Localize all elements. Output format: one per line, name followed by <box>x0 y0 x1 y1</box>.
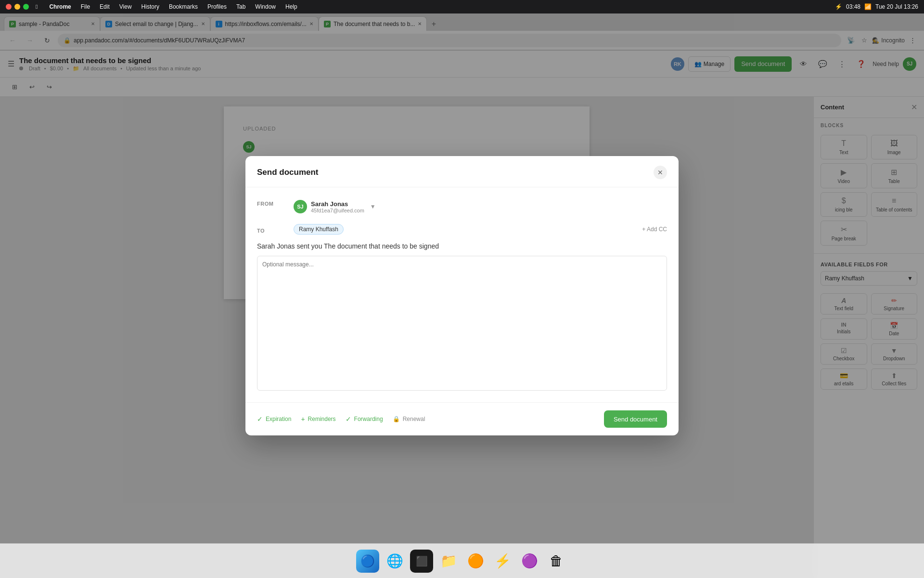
renewal-lock-icon: 🔒 <box>393 416 400 422</box>
renewal-option[interactable]: 🔒 Renewal <box>393 416 425 422</box>
email-subject: Sarah Jonas sent you The document that n… <box>257 242 667 250</box>
dock-finder[interactable]: 🔵 <box>356 550 379 573</box>
modal-close-button[interactable]: ✕ <box>654 166 667 179</box>
dock-app7[interactable]: 🟣 <box>518 550 541 573</box>
send-document-modal: Send document ✕ FROM SJ Sarah Jonas 45fd… <box>245 156 679 435</box>
bolt-icon: ⚡ <box>491 550 514 573</box>
reminders-option[interactable]: + Reminders <box>301 415 335 423</box>
reminders-plus-icon: + <box>301 415 305 423</box>
sender-modal-avatar: SJ <box>294 200 307 213</box>
chrome-icon: 🌐 <box>383 550 406 573</box>
forwarding-check-icon: ✓ <box>346 415 351 423</box>
expiration-option[interactable]: ✓ Expiration <box>257 415 291 423</box>
finder-icon: 🔵 <box>356 550 379 573</box>
add-cc-button[interactable]: + Add CC <box>642 224 667 233</box>
message-textarea[interactable] <box>257 256 667 391</box>
modal-send-document-button[interactable]: Send document <box>604 410 667 428</box>
history-menu-item[interactable]: History <box>139 3 162 10</box>
dock-trash[interactable]: 🗑 <box>545 550 568 573</box>
file-menu-item[interactable]: File <box>78 3 93 10</box>
wifi-icon: 📶 <box>864 3 872 10</box>
recipient-tag[interactable]: Ramy Khuffash <box>294 224 344 235</box>
close-window-btn[interactable] <box>6 4 12 10</box>
app5-icon: 🟠 <box>464 550 487 573</box>
dock-chrome[interactable]: 🌐 <box>383 550 406 573</box>
from-dropdown-icon[interactable]: ▼ <box>370 203 376 210</box>
folder-icon: 📁 <box>437 550 460 573</box>
sender-modal-name: Sarah Jonas <box>311 200 364 208</box>
edit-menu-item[interactable]: Edit <box>97 3 113 10</box>
macos-menubar:  Chrome File Edit View History Bookmark… <box>0 0 924 13</box>
to-row: TO Ramy Khuffash + Add CC <box>257 224 667 235</box>
from-row: FROM SJ Sarah Jonas 45fd1ea7@uifeed.com … <box>257 197 667 216</box>
from-value: SJ Sarah Jonas 45fd1ea7@uifeed.com ▼ <box>294 197 667 216</box>
dock: 🔵 🌐 ⬛ 📁 🟠 ⚡ 🟣 🗑 <box>0 543 924 578</box>
app7-icon: 🟣 <box>518 550 541 573</box>
modal-body: FROM SJ Sarah Jonas 45fd1ea7@uifeed.com … <box>245 187 679 402</box>
from-field: SJ Sarah Jonas 45fd1ea7@uifeed.com ▼ <box>294 197 667 216</box>
system-time: ⚡ 03:48 📶 Tue 20 Jul 13:26 <box>835 3 918 10</box>
tab-menu-item[interactable]: Tab <box>233 3 248 10</box>
bookmarks-menu-item[interactable]: Bookmarks <box>166 3 201 10</box>
window-menu-item[interactable]: Window <box>252 3 279 10</box>
maximize-window-btn[interactable] <box>23 4 29 10</box>
apple-menu[interactable]:  <box>33 3 40 10</box>
traffic-lights <box>6 4 29 10</box>
modal-header: Send document ✕ <box>245 156 679 187</box>
expiration-label: Expiration <box>266 416 291 422</box>
battery-icon: ⚡ <box>835 3 842 10</box>
from-label: FROM <box>257 197 286 207</box>
to-label: TO <box>257 224 286 234</box>
forwarding-label: Forwarding <box>354 416 383 422</box>
footer-options: ✓ Expiration + Reminders ✓ Forwarding 🔒 … <box>257 415 425 423</box>
expiration-check-icon: ✓ <box>257 415 263 423</box>
help-menu-item[interactable]: Help <box>282 3 300 10</box>
trash-icon: 🗑 <box>545 550 568 573</box>
dock-bolt[interactable]: ⚡ <box>491 550 514 573</box>
modal-footer: ✓ Expiration + Reminders ✓ Forwarding 🔒 … <box>245 402 679 435</box>
profiles-menu-item[interactable]: Profiles <box>205 3 230 10</box>
reminders-label: Reminders <box>308 416 336 422</box>
modal-title: Send document <box>257 168 319 177</box>
dock-terminal[interactable]: ⬛ <box>410 550 433 573</box>
chrome-menu-item[interactable]: Chrome <box>46 3 74 10</box>
renewal-label: Renewal <box>403 416 425 422</box>
sender-name-block: Sarah Jonas 45fd1ea7@uifeed.com <box>311 200 364 213</box>
forwarding-option[interactable]: ✓ Forwarding <box>346 415 383 423</box>
dock-app5[interactable]: 🟠 <box>464 550 487 573</box>
sender-modal-email: 45fd1ea7@uifeed.com <box>311 208 364 213</box>
to-field: Ramy Khuffash <box>294 224 634 235</box>
terminal-icon: ⬛ <box>410 550 433 573</box>
dock-folder[interactable]: 📁 <box>437 550 460 573</box>
minimize-window-btn[interactable] <box>14 4 20 10</box>
modal-backdrop: Send document ✕ FROM SJ Sarah Jonas 45fd… <box>0 13 924 578</box>
view-menu-item[interactable]: View <box>116 3 135 10</box>
